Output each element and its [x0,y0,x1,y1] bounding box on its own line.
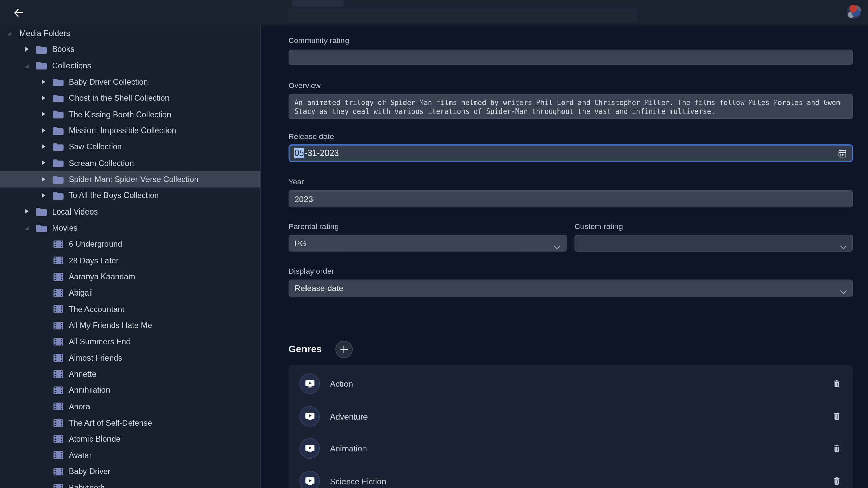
delete-genre-icon[interactable] [834,477,840,487]
caret-spacer [41,306,46,312]
tree-item[interactable]: All Summers End [0,333,260,350]
tree-item[interactable]: Abigail [0,285,260,301]
collapse-caret-icon[interactable] [24,63,30,68]
tree-item[interactable]: 28 Days Later [0,252,260,269]
tree-item[interactable]: Baby Driver [0,463,260,480]
tree-item[interactable]: Books [0,41,260,58]
caret-spacer [41,452,46,458]
parental-rating-select[interactable]: PG [289,235,567,252]
movie-icon [52,418,64,428]
tree-item[interactable]: Anora [0,399,260,415]
tree-item[interactable]: Saw Collection [0,139,260,155]
caret-spacer [41,258,46,263]
tree-item[interactable]: Almost Friends [0,350,260,366]
tree-item[interactable]: Collections [0,58,260,74]
folder-icon [52,175,64,184]
genre-avatar [299,471,320,488]
expand-caret-icon[interactable] [41,96,46,101]
tree-item[interactable]: All My Friends Hate Me [0,317,260,333]
tree-item-label: Aaranya Kaandam [68,272,135,281]
genre-avatar [299,438,320,459]
tree-item[interactable]: Annette [0,366,260,382]
add-genre-button[interactable] [336,341,353,358]
folder-icon [35,207,47,217]
tree-item[interactable]: Babyteeth [0,480,260,488]
tree-item-label: Scream Collection [68,159,134,167]
tree-item[interactable]: Baby Driver Collection [0,74,260,90]
tree-item[interactable]: Local Videos [0,204,260,220]
collapse-caret-icon[interactable] [24,225,30,231]
tree-item-label: Media Folders [19,29,70,38]
genre-avatar [299,406,320,426]
movie-icon [52,402,64,411]
expand-caret-icon[interactable] [41,111,46,117]
expand-caret-icon[interactable] [41,160,46,166]
tree-item[interactable]: Scream Collection [0,155,260,171]
collapse-caret-icon[interactable] [7,30,12,36]
genre-label: Animation [330,444,367,453]
movie-icon [52,337,64,346]
movie-icon [52,321,64,330]
parental-rating-label: Parental rating [289,222,567,230]
caret-spacer [41,371,46,377]
year-input[interactable] [289,190,853,208]
tree-item[interactable]: Media Folders [0,25,260,41]
tree-item[interactable]: 6 Underground [0,236,260,252]
expand-caret-icon[interactable] [41,128,46,133]
overview-textarea[interactable]: An animated trilogy of Spider-Man films … [289,94,853,119]
display-order-value: Release date [295,283,343,293]
folder-icon [52,94,64,103]
caret-spacer [41,339,46,344]
delete-genre-icon[interactable] [834,380,840,389]
chevron-down-icon [840,287,847,296]
metadata-editor-panel: Community rating Overview An animated tr… [261,25,868,488]
expand-caret-icon[interactable] [41,193,46,198]
tree-item[interactable]: To All the Boys Collection [0,187,260,204]
display-order-select[interactable]: Release date [289,279,853,297]
sidebar: Media Folders Books Collections Baby Dri… [0,25,261,488]
release-date-input[interactable]: 05-31-2023 [289,144,853,162]
expand-caret-icon[interactable] [24,209,30,215]
movie-icon [52,483,64,488]
movie-icon [52,450,64,460]
caret-spacer [41,420,46,425]
tree-item[interactable]: Mission: Impossible Collection [0,123,260,139]
movie-icon [305,444,315,452]
back-button[interactable] [12,6,25,19]
delete-genre-icon[interactable] [834,412,840,422]
tree-item[interactable]: The Art of Self-Defense [0,414,260,431]
tree-item[interactable]: Annihilation [0,382,260,399]
movie-icon [305,380,315,388]
folder-tree: Media Folders Books Collections Baby Dri… [0,25,260,488]
expand-caret-icon[interactable] [41,79,46,85]
tree-item[interactable]: Avatar [0,447,260,463]
tree-item[interactable]: Atomic Blonde [0,431,260,447]
tree-item[interactable]: Aaranya Kaandam [0,269,260,285]
movie-icon [52,256,64,265]
movie-icon [52,240,64,249]
tree-item[interactable]: Spider-Man: Spider-Verse Collection [0,171,260,187]
delete-genre-icon[interactable] [834,445,840,454]
tree-item-label: To All the Boys Collection [68,191,159,200]
calendar-icon[interactable] [838,149,846,158]
genre-row: Action [289,367,853,400]
tree-item[interactable]: Ghost in the Shell Collection [0,90,260,106]
custom-rating-select[interactable] [575,235,853,252]
tree-item[interactable]: Movies [0,220,260,236]
community-rating-label: Community rating [289,37,853,44]
tree-item-label: Almost Friends [68,353,122,362]
folder-icon [52,126,64,136]
movie-icon [52,288,64,298]
expand-caret-icon[interactable] [24,47,30,52]
tree-item[interactable]: The Accountant [0,301,260,317]
user-avatar[interactable] [846,4,861,19]
movie-icon [52,353,64,363]
movie-icon [305,477,315,485]
custom-rating-label: Custom rating [575,222,853,230]
genre-row: Adventure [289,400,853,432]
expand-caret-icon[interactable] [41,144,46,149]
expand-caret-icon[interactable] [41,177,46,182]
tree-item[interactable]: The Kissing Booth Collection [0,106,260,123]
community-rating-input[interactable] [289,50,853,65]
tree-item-label: Ghost in the Shell Collection [68,94,169,103]
